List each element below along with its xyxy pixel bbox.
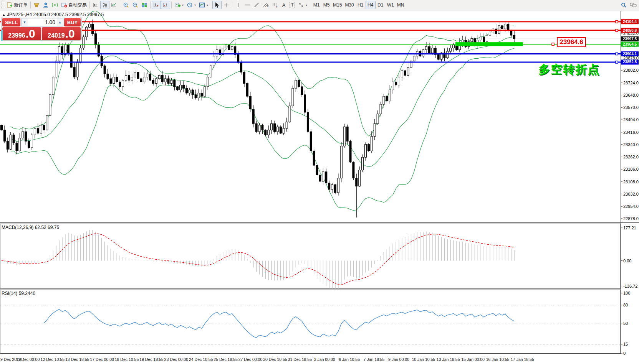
svg-text:E: E bbox=[267, 5, 269, 8]
timeframe-m5[interactable]: M5 bbox=[321, 1, 331, 9]
vertical-line-button[interactable] bbox=[233, 1, 243, 9]
svg-text:22954.0: 22954.0 bbox=[623, 204, 639, 209]
volume-down-button[interactable]: ▼ bbox=[22, 18, 28, 26]
arrows-tool-button[interactable]: ▾ bbox=[296, 1, 309, 9]
toolbar-grip[interactable] bbox=[2, 2, 4, 8]
chart-annotation-text[interactable]: 多空转折点 bbox=[538, 62, 600, 77]
text-tool-icon: A bbox=[282, 2, 286, 8]
equidistant-channel-button[interactable]: E bbox=[261, 1, 270, 9]
sell-price-display[interactable]: 23996 .0 bbox=[2, 27, 41, 40]
arrows-icon bbox=[298, 2, 304, 8]
one-click-trading-panel: SELL ▼ 1.00 ▲ BUY 23996 .0 24019 .0 bbox=[1, 17, 82, 41]
svg-text:F: F bbox=[276, 5, 278, 8]
new-order-label: 新订单 bbox=[14, 2, 28, 8]
volume-stepper: ▼ 1.00 ▲ bbox=[21, 18, 63, 26]
trendline-button[interactable] bbox=[252, 1, 261, 9]
svg-text:23416.0: 23416.0 bbox=[623, 130, 639, 135]
svg-text:17 Dec 00:00: 17 Dec 00:00 bbox=[90, 357, 114, 362]
panel-drag-handle[interactable] bbox=[1, 30, 3, 41]
symbol-ohlc-text: JPN225-,H4 24005.0 24007.5 23992.5 23997… bbox=[7, 12, 104, 17]
svg-text:22878.0: 22878.0 bbox=[623, 216, 639, 221]
periods-button[interactable]: ▾ bbox=[185, 1, 197, 9]
line-chart-button[interactable] bbox=[109, 1, 119, 9]
svg-text:18 Dec 10:55: 18 Dec 10:55 bbox=[115, 357, 139, 362]
horizontal-line-button[interactable] bbox=[243, 1, 252, 9]
timeframe-h4[interactable]: H4 bbox=[366, 1, 376, 9]
zoom-out-button[interactable] bbox=[131, 1, 140, 9]
svg-text:13 Jan 18:55: 13 Jan 18:55 bbox=[437, 357, 460, 362]
text-label-icon: T bbox=[290, 2, 295, 8]
svg-text:24 Dec 10:55: 24 Dec 10:55 bbox=[189, 357, 213, 362]
text-label-button[interactable]: T bbox=[288, 1, 296, 9]
templates-button[interactable]: ▾ bbox=[197, 1, 210, 9]
svg-text:15 Jan 00:00: 15 Jan 00:00 bbox=[461, 357, 485, 362]
bar-chart-button[interactable] bbox=[91, 1, 100, 9]
chat-button[interactable] bbox=[628, 1, 638, 9]
chart-shift-button[interactable] bbox=[161, 1, 170, 9]
buy-price-display[interactable]: 24019 .0 bbox=[42, 27, 81, 40]
volume-up-button[interactable]: ▲ bbox=[57, 18, 63, 26]
text-tool-button[interactable]: A bbox=[280, 1, 288, 9]
timeframe-d1[interactable]: D1 bbox=[376, 1, 386, 9]
timeframe-m1[interactable]: M1 bbox=[311, 1, 321, 9]
trendline-icon bbox=[253, 2, 260, 8]
svg-text:-136.72: -136.72 bbox=[623, 284, 637, 288]
svg-text:0: 0 bbox=[623, 351, 626, 356]
line-chart-icon bbox=[111, 2, 117, 8]
svg-text:23802.0: 23802.0 bbox=[623, 68, 639, 72]
timeframe-group: M1M5M15M30H1H4D1W1MN bbox=[311, 1, 406, 9]
svg-text:23997.5: 23997.5 bbox=[623, 37, 637, 41]
separator bbox=[211, 2, 211, 8]
separator bbox=[150, 2, 151, 8]
svg-text:6 Jan 10:55: 6 Jan 10:55 bbox=[339, 357, 360, 362]
horizontal-line-price-label[interactable]: 23964.6 bbox=[557, 37, 586, 47]
person-icon bbox=[43, 2, 49, 8]
zoom-in-button[interactable] bbox=[121, 1, 131, 9]
svg-text:27 Dec 00:00: 27 Dec 00:00 bbox=[238, 357, 263, 362]
indicators-button[interactable]: ▾ bbox=[173, 1, 185, 9]
cursor-button[interactable] bbox=[212, 1, 222, 9]
chart-shift-icon bbox=[162, 2, 169, 8]
svg-text:11 Dec 00:00: 11 Dec 00:00 bbox=[16, 357, 40, 362]
svg-text:19 Dec 18:55: 19 Dec 18:55 bbox=[139, 357, 164, 362]
depth-of-market-button[interactable] bbox=[32, 1, 41, 9]
buy-button[interactable]: BUY bbox=[64, 18, 81, 26]
svg-text:177.21: 177.21 bbox=[623, 226, 636, 230]
timeframe-mn[interactable]: MN bbox=[396, 1, 406, 9]
auto-scroll-button[interactable] bbox=[152, 1, 161, 9]
svg-text:9 Jan 00:00: 9 Jan 00:00 bbox=[388, 357, 409, 362]
svg-text:80: 80 bbox=[623, 303, 628, 307]
svg-text:24104.4: 24104.4 bbox=[623, 20, 637, 24]
svg-text:23186.0: 23186.0 bbox=[623, 167, 639, 171]
sell-button[interactable]: SELL bbox=[2, 18, 20, 26]
search-button[interactable] bbox=[619, 1, 628, 9]
collapse-triangle-icon[interactable]: ▲ bbox=[2, 13, 5, 16]
crosshair-button[interactable] bbox=[222, 1, 231, 9]
contacts-button[interactable] bbox=[41, 1, 50, 9]
horizontal-line-icon bbox=[244, 2, 250, 8]
svg-text:17 Jan 18:55: 17 Jan 18:55 bbox=[511, 357, 534, 362]
timeframe-h1[interactable]: H1 bbox=[356, 1, 366, 9]
chart-canvas: 24032.023956.023878.023802.023724.023648… bbox=[0, 0, 639, 364]
dropdown-caret: ▾ bbox=[306, 3, 307, 7]
cursor-icon bbox=[214, 2, 220, 8]
tile-windows-button[interactable] bbox=[140, 1, 149, 9]
volume-value[interactable]: 1.00 bbox=[28, 19, 57, 25]
signals-button[interactable] bbox=[50, 1, 60, 9]
svg-text:12 Dec 10:55: 12 Dec 10:55 bbox=[41, 357, 65, 362]
time-axis: 9 Dec 201911 Dec 00:0012 Dec 10:5513 Dec… bbox=[0, 357, 534, 362]
svg-text:23032.0: 23032.0 bbox=[623, 192, 639, 196]
svg-text:23494.0: 23494.0 bbox=[623, 117, 639, 122]
rsi-indicator-label: RSI(14) 59.2440 bbox=[2, 291, 35, 296]
fibonacci-button[interactable]: F bbox=[270, 1, 280, 9]
svg-text:0.00: 0.00 bbox=[623, 259, 631, 263]
candlestick-chart-button[interactable] bbox=[100, 1, 109, 9]
auto-trading-button[interactable]: 自动交易 bbox=[60, 1, 88, 9]
indicators-plus-icon bbox=[174, 2, 180, 8]
vertical-line-icon bbox=[235, 2, 241, 8]
timeframe-m30[interactable]: M30 bbox=[343, 1, 355, 9]
new-order-button[interactable]: 新订单 bbox=[5, 1, 29, 9]
timeframe-m15[interactable]: M15 bbox=[331, 1, 343, 9]
timeframe-w1[interactable]: W1 bbox=[386, 1, 396, 9]
svg-text:23852.8: 23852.8 bbox=[623, 60, 637, 64]
